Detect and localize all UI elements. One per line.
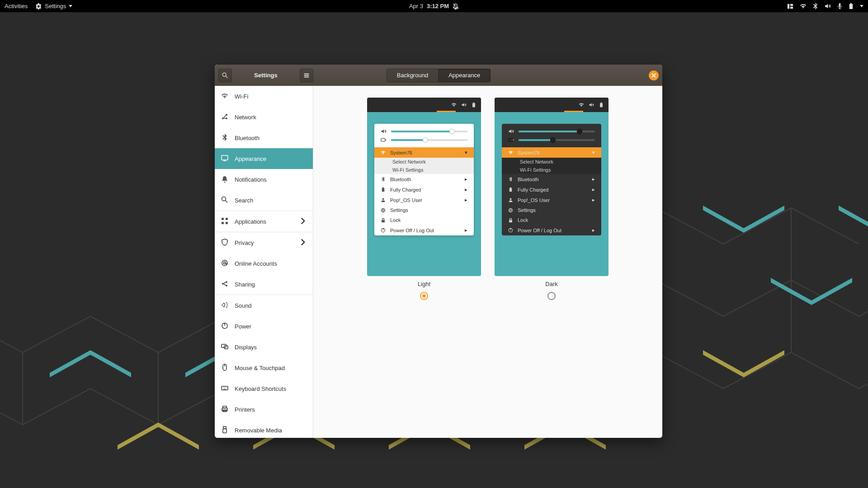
sidebar-item-label: Online Accounts: [235, 260, 277, 267]
sidebar-item-privacy[interactable]: Privacy: [215, 232, 313, 253]
battery-icon: [599, 102, 604, 108]
sidebar-item-removable[interactable]: Removable Media: [215, 420, 313, 438]
sidebar-item-label: Displays: [235, 344, 257, 351]
mic-icon[interactable]: [837, 3, 842, 9]
appearance-content: System76▾ Select NetworkWi-Fi Settings B…: [313, 86, 662, 438]
tab-appearance[interactable]: Appearance: [439, 69, 491, 82]
svg-marker-0: [50, 350, 131, 377]
printer-icon: [221, 405, 228, 414]
svg-rect-39: [223, 406, 226, 408]
theme-preview-light[interactable]: System76▾ Select NetworkWi-Fi Settings B…: [367, 98, 481, 276]
sidebar-item-printers[interactable]: Printers: [215, 399, 313, 420]
svg-rect-49: [382, 220, 385, 222]
sound-icon: [221, 301, 228, 310]
sidebar-item-appearance[interactable]: Appearance: [215, 148, 313, 169]
svg-rect-11: [790, 4, 793, 5]
svg-rect-46: [382, 188, 385, 192]
tab-background[interactable]: Background: [387, 69, 439, 82]
battery-icon: [471, 102, 476, 108]
sidebar-item-bluetooth[interactable]: Bluetooth: [215, 127, 313, 148]
svg-point-19: [222, 117, 224, 119]
svg-marker-7: [839, 206, 868, 233]
svg-point-20: [226, 114, 227, 116]
close-button[interactable]: [649, 70, 659, 80]
shield-icon: [221, 239, 228, 247]
svg-rect-27: [226, 222, 228, 224]
sidebar-item-displays[interactable]: Displays: [215, 337, 313, 357]
clock[interactable]: Apr 3 3:12 PM: [409, 3, 459, 9]
sidebar-item-applications[interactable]: Applications: [215, 211, 313, 232]
volume-icon[interactable]: [824, 3, 831, 9]
sidebar-item-label: Sharing: [235, 281, 255, 288]
sidebar-item-label: Sound: [235, 302, 252, 309]
svg-point-32: [226, 285, 227, 286]
chevron-right-icon: [299, 217, 307, 226]
svg-rect-18: [304, 76, 309, 77]
theme-preview-dark[interactable]: System76▾ Select NetworkWi-Fi Settings B…: [495, 98, 609, 276]
svg-rect-55: [510, 188, 511, 188]
bluetooth-icon[interactable]: [813, 3, 818, 9]
system-menu-chevron-icon[interactable]: [860, 5, 863, 7]
svg-rect-22: [222, 155, 228, 160]
theme-radio-light[interactable]: [420, 292, 428, 300]
hamburger-menu-button[interactable]: [300, 69, 313, 82]
tile-icon[interactable]: [787, 3, 793, 9]
view-switcher: Background Appearance: [387, 69, 491, 82]
search-button[interactable]: [218, 69, 232, 82]
window-titlebar: Settings Background Appearance: [215, 65, 662, 86]
notifications-muted-icon: [453, 3, 459, 9]
app-menu[interactable]: Settings: [36, 3, 72, 9]
wifi-icon[interactable]: [800, 3, 807, 9]
svg-rect-16: [304, 73, 309, 74]
svg-rect-25: [226, 218, 228, 220]
theme-label-dark: Dark: [545, 281, 557, 287]
sidebar-item-power[interactable]: Power: [215, 316, 313, 337]
activities-button[interactable]: Activities: [5, 3, 28, 9]
svg-rect-53: [509, 138, 513, 141]
sidebar-item-mouse[interactable]: Mouse & Touchpad: [215, 357, 313, 378]
apps-icon: [221, 217, 228, 226]
settings-sidebar: Wi-FiNetworkBluetoothAppearanceNotificat…: [215, 86, 313, 438]
settings-window: Settings Background Appearance Wi-FiNetw…: [215, 65, 662, 438]
chevron-right-icon: [299, 239, 307, 247]
sidebar-item-search[interactable]: Search: [215, 190, 313, 211]
sidebar-item-wi-fi[interactable]: Wi-Fi: [215, 86, 313, 107]
sidebar-item-label: Appearance: [235, 155, 266, 162]
wifi-icon: [221, 92, 228, 101]
sidebar-item-online-accounts[interactable]: Online Accounts: [215, 253, 313, 274]
sidebar-item-label: Search: [235, 197, 253, 204]
sidebar-item-notifications[interactable]: Notifications: [215, 169, 313, 190]
sidebar-item-network[interactable]: Network: [215, 107, 313, 127]
svg-rect-14: [850, 3, 852, 4]
svg-point-15: [222, 73, 226, 76]
sidebar-item-label: Wi-Fi: [235, 93, 248, 100]
sidebar-item-label: Printers: [235, 406, 255, 413]
svg-rect-45: [381, 138, 385, 141]
sidebar-item-sharing[interactable]: Sharing: [215, 274, 313, 295]
usb-icon: [221, 426, 228, 435]
mouse-icon: [221, 364, 228, 372]
theme-radio-dark[interactable]: [547, 292, 556, 300]
svg-point-30: [222, 283, 224, 285]
search-icon: [221, 196, 228, 205]
sidebar-item-keyboard[interactable]: Keyboard Shortcuts: [215, 378, 313, 399]
svg-rect-17: [304, 75, 309, 76]
svg-marker-9: [703, 350, 784, 377]
displays-icon: [221, 343, 228, 352]
volume-icon: [589, 102, 594, 108]
sidebar-item-sound[interactable]: Sound: [215, 295, 313, 316]
svg-rect-54: [509, 188, 512, 192]
theme-label-light: Light: [418, 281, 430, 287]
bt-icon: [221, 134, 228, 142]
sidebar-item-label: Keyboard Shortcuts: [235, 385, 286, 392]
svg-rect-24: [222, 218, 224, 220]
svg-marker-6: [703, 206, 784, 233]
wifi-icon: [451, 102, 457, 108]
battery-icon[interactable]: [849, 3, 854, 9]
sidebar-item-label: Applications: [235, 218, 266, 225]
svg-rect-37: [222, 386, 228, 390]
svg-rect-26: [222, 222, 224, 224]
volume-icon: [461, 102, 467, 108]
svg-point-21: [226, 117, 227, 119]
bell-icon: [221, 175, 228, 184]
